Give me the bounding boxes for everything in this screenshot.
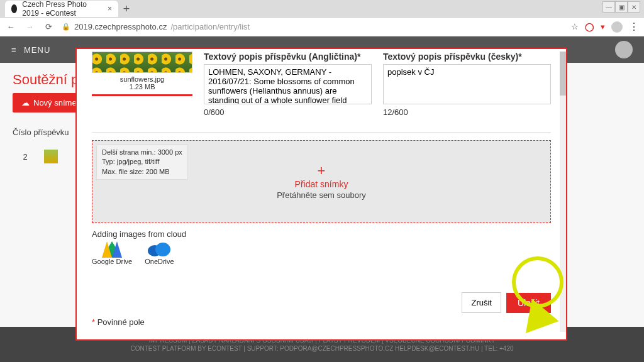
address-bar[interactable]: 🔒 2019.czechpressphoto.cz/participation/… <box>62 22 564 31</box>
description-en-counter: 0/600 <box>204 107 372 117</box>
forward-button[interactable]: → <box>24 22 35 31</box>
upload-specs: Delší strana min.: 3000 px Typ: jpg/jpeg… <box>96 145 188 180</box>
window-close-button[interactable]: ✕ <box>628 1 640 13</box>
footer-support: CONTEST PLATFORM BY ECONTEST | SUPPORT: … <box>130 345 513 352</box>
menu-button[interactable]: ≡ MENU <box>11 45 50 55</box>
dropzone-title: Přidat snímky <box>295 179 348 189</box>
save-button[interactable]: Uložit <box>506 293 551 313</box>
asterisk-icon: * <box>92 317 97 327</box>
tab-close-icon[interactable]: × <box>108 4 112 13</box>
required-field-note: * Povinné pole <box>92 317 145 327</box>
window-maximize-button[interactable]: ▣ <box>615 1 628 13</box>
profile-avatar-icon[interactable] <box>611 21 623 33</box>
description-en-label: Textový popis příspěvku (Angličtina)* <box>204 52 372 62</box>
kebab-menu-icon[interactable]: ⋮ <box>629 21 639 33</box>
attachment-filename: sunflowers.jpg <box>92 75 192 83</box>
url-host: 2019.czechpressphoto.cz <box>74 22 167 31</box>
onedrive-label: OneDrive <box>145 258 174 265</box>
description-en-input[interactable] <box>204 64 372 104</box>
lock-icon: 🔒 <box>62 23 70 31</box>
url-path: /participation/entry/list <box>170 22 250 31</box>
entry-edit-modal: sunflowers.jpg 1.23 MB Textový popis pří… <box>75 48 567 341</box>
user-avatar-icon[interactable] <box>615 41 633 58</box>
plus-icon: + <box>318 164 326 178</box>
divider <box>92 132 551 133</box>
google-drive-label: Google Drive <box>92 258 132 265</box>
browser-tab[interactable]: Czech Press Photo 2019 - eContest × <box>5 1 118 17</box>
cancel-button[interactable]: Zrušit <box>462 292 501 313</box>
cloud-upload-label: Adding images from cloud <box>92 229 551 239</box>
spec-max-size: Max. file size: 200 MB <box>102 167 182 177</box>
google-drive-button[interactable]: Google Drive <box>92 241 132 265</box>
file-dropzone[interactable]: Delší strana min.: 3000 px Typ: jpg/jpeg… <box>92 140 551 223</box>
tab-title: Czech Press Photo 2019 - eContest <box>22 0 103 18</box>
window-minimize-button[interactable]: — <box>602 1 615 13</box>
new-tab-button[interactable]: + <box>118 1 135 17</box>
hamburger-icon: ≡ <box>11 45 20 55</box>
toolbar-actions: ☆ ◯ ▾ ⋮ <box>571 21 639 33</box>
description-cz-input[interactable] <box>383 64 551 104</box>
browser-toolbar: ← → ⟳ 🔒 2019.czechpressphoto.cz/particip… <box>0 18 644 36</box>
spec-min-side: Delší strana min.: 3000 px <box>102 148 182 157</box>
browser-tab-bar: Czech Press Photo 2019 - eContest × + <box>0 0 644 18</box>
description-cz-label: Textový popis příspěvku (česky)* <box>383 52 551 62</box>
reload-button[interactable]: ⟳ <box>43 22 54 31</box>
shield-icon[interactable]: ◯ <box>585 22 594 31</box>
bookmark-icon[interactable]: ☆ <box>571 22 579 31</box>
google-drive-icon <box>102 241 122 258</box>
attachment-progress-bar <box>92 94 192 96</box>
window-controls: — ▣ ✕ <box>602 1 640 13</box>
attachment-card: sunflowers.jpg 1.23 MB <box>92 52 192 96</box>
description-cz-counter: 12/600 <box>383 107 551 117</box>
dropzone-subtitle: Přetáhněte sem soubory <box>277 190 366 200</box>
attachment-filesize: 1.23 MB <box>92 83 192 90</box>
scrollbar-thumb[interactable] <box>560 52 566 96</box>
caret-down-icon[interactable]: ▾ <box>601 22 605 31</box>
menu-label-text: MENU <box>24 45 50 55</box>
spec-filetype: Typ: jpg/jpeg, tif/tiff <box>102 157 182 167</box>
back-button[interactable]: ← <box>5 22 16 31</box>
row-thumbnail-icon <box>44 150 58 163</box>
row-number: 2 <box>13 152 38 162</box>
favicon-icon <box>11 4 17 13</box>
onedrive-button[interactable]: OneDrive <box>145 241 174 265</box>
onedrive-icon <box>148 243 170 258</box>
attachment-thumbnail[interactable] <box>92 52 192 73</box>
